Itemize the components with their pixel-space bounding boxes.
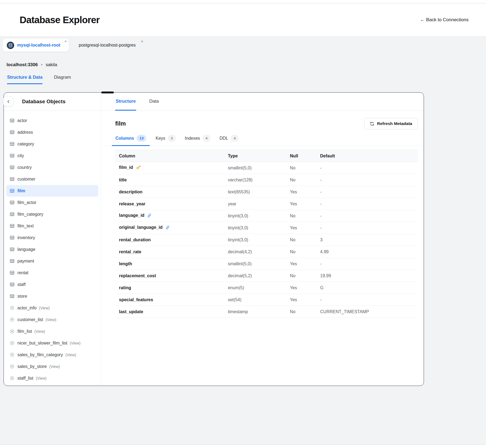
- sidebar-item-film_category[interactable]: film_category: [6, 208, 98, 220]
- cell-null: No: [286, 234, 316, 246]
- cell-null: Yes: [286, 198, 316, 210]
- view-badge: (View): [36, 376, 46, 380]
- cell-type: text(65535): [224, 186, 286, 198]
- cell-null: Yes: [286, 294, 316, 306]
- cell-null: No: [286, 306, 316, 318]
- columns-table-body: film_idsmallint(5,0)No-titlevarchar(128)…: [115, 162, 418, 318]
- back-to-connections-link[interactable]: ← Back to Connections: [420, 17, 469, 23]
- metadata-tabs: Columns 13 Keys 3 Indexes 4 DDL 4: [101, 129, 424, 146]
- panel-resize-handle[interactable]: [101, 92, 114, 93]
- collapse-sidebar-button[interactable]: [3, 96, 13, 106]
- tab-structure[interactable]: Structure: [115, 93, 136, 111]
- sidebar-item-customer_list[interactable]: customer_list(View): [6, 314, 98, 325]
- sidebar-item-country[interactable]: country: [6, 161, 98, 173]
- cell-null: No: [286, 174, 316, 186]
- table-icon: [10, 270, 14, 275]
- tab-indexes[interactable]: Indexes 4: [181, 135, 214, 146]
- tab-diagram[interactable]: Diagram: [54, 75, 71, 84]
- table-row: rental_durationtinyint(3,0)No3: [115, 234, 418, 246]
- sidebar-item-film[interactable]: film: [6, 185, 98, 197]
- cell-column-name: last_update: [115, 306, 224, 318]
- sidebar-item-nicer_but_slower_film_list[interactable]: nicer_but_slower_film_list(View): [6, 337, 98, 349]
- page-title: Database Explorer: [20, 14, 100, 25]
- sidebar-item-label: film_actor: [17, 200, 36, 205]
- column-name: rental_duration: [119, 237, 151, 242]
- sidebar-item-label: film_list: [17, 329, 32, 334]
- sidebar-item-staff_list[interactable]: staff_list(View): [6, 372, 98, 384]
- connection-info: localhost:3306 sakila: [0, 54, 486, 67]
- view-badge: (View): [45, 318, 56, 322]
- table-row: original_language_idtinyint(3,0)Yes-: [115, 222, 418, 234]
- view-badge: (View): [49, 364, 60, 369]
- cell-default: -: [316, 258, 418, 270]
- count-badge: 3: [168, 135, 176, 142]
- sidebar-item-store[interactable]: store: [6, 290, 98, 302]
- cell-null: Yes: [286, 258, 316, 270]
- sidebar-item-label: sales_by_film_category: [17, 352, 63, 357]
- sidebar-item-staff[interactable]: staff: [6, 279, 98, 290]
- connection-host: localhost:3306: [7, 62, 38, 67]
- column-name: last_update: [119, 309, 143, 314]
- sidebar-item-label: film_category: [17, 212, 43, 217]
- sidebar-item-label: film_text: [17, 224, 34, 228]
- table-icon: [10, 142, 14, 146]
- connection-tab-mysql[interactable]: mysql-localhost-root ×: [3, 39, 69, 52]
- tab-keys[interactable]: Keys 3: [152, 135, 179, 146]
- count-badge: 13: [137, 135, 146, 142]
- sub-tab-label: DDL: [219, 136, 228, 141]
- cell-null: Yes: [286, 282, 316, 294]
- cell-type: decimal(4,2): [224, 246, 286, 258]
- sidebar-item-city[interactable]: city: [6, 150, 98, 161]
- sidebar-item-actor[interactable]: actor: [6, 115, 98, 126]
- column-header: Default: [316, 150, 418, 162]
- view-tabs: Structure & Data Diagram: [0, 67, 486, 84]
- sidebar-item-address[interactable]: address: [6, 126, 98, 138]
- window-bottom-edge: [0, 444, 486, 448]
- detail-tabs: Structure Data: [101, 93, 424, 111]
- sidebar-item-sales_by_store[interactable]: sales_by_store(View): [6, 361, 98, 372]
- sidebar-item-customer[interactable]: customer: [6, 173, 98, 185]
- sidebar-item-payment[interactable]: payment: [6, 255, 98, 267]
- cell-default: G: [316, 282, 418, 294]
- sidebar-item-film_actor[interactable]: film_actor: [6, 197, 98, 208]
- cell-null: No: [286, 246, 316, 258]
- tab-structure-and-data[interactable]: Structure & Data: [7, 75, 42, 84]
- cell-type: varchar(128): [224, 174, 286, 186]
- sidebar-item-label: language: [17, 247, 35, 252]
- window-top-edge: [0, 0, 486, 3]
- view-icon: [10, 352, 14, 357]
- close-icon[interactable]: ×: [141, 39, 143, 43]
- sidebar-item-label: store: [17, 294, 27, 299]
- sidebar-item-language[interactable]: language: [6, 243, 98, 255]
- close-icon[interactable]: ×: [64, 39, 67, 43]
- sidebar-item-label: customer_list: [17, 317, 43, 322]
- sidebar-item-inventory[interactable]: inventory: [6, 232, 98, 243]
- column-name: film_id: [119, 165, 133, 170]
- tab-data[interactable]: Data: [149, 93, 159, 111]
- sidebar-item-label: film: [17, 188, 25, 193]
- columns-table-header-row: Column Type Null Default: [115, 150, 418, 162]
- cell-default: -: [316, 222, 418, 234]
- cell-column-name: rating: [115, 282, 224, 294]
- sidebar-item-film_text[interactable]: film_text: [6, 220, 98, 232]
- sub-tab-label: Indexes: [185, 136, 200, 141]
- table-row: special_featuresset(54)Yes-: [115, 294, 418, 306]
- sidebar-item-actor_info[interactable]: actor_info(View): [6, 302, 98, 314]
- table-icon: [10, 165, 14, 170]
- tab-columns[interactable]: Columns 13: [112, 135, 150, 146]
- table-icon: [10, 153, 14, 158]
- cell-type: year: [224, 198, 286, 210]
- sidebar-item-label: actor: [17, 118, 27, 123]
- sidebar-item-film_list[interactable]: film_list(View): [6, 325, 98, 337]
- sidebar-item-rental[interactable]: rental: [6, 267, 98, 279]
- table-row: last_updatetimestampNoCURRENT_TIMESTAMP: [115, 306, 418, 318]
- connection-tab-postgresql[interactable]: postgresql-localhost-postgres ×: [79, 39, 143, 52]
- tab-ddl[interactable]: DDL 4: [216, 135, 242, 146]
- refresh-metadata-button[interactable]: Refresh Metadata: [364, 118, 418, 129]
- column-name: rating: [119, 285, 131, 290]
- database-name: sakila: [46, 62, 57, 67]
- sidebar-title: Database Objects: [4, 93, 101, 111]
- sidebar-item-category[interactable]: category: [6, 138, 98, 150]
- sidebar-item-sales_by_film_category[interactable]: sales_by_film_category(View): [6, 349, 98, 361]
- table-icon: [10, 247, 14, 252]
